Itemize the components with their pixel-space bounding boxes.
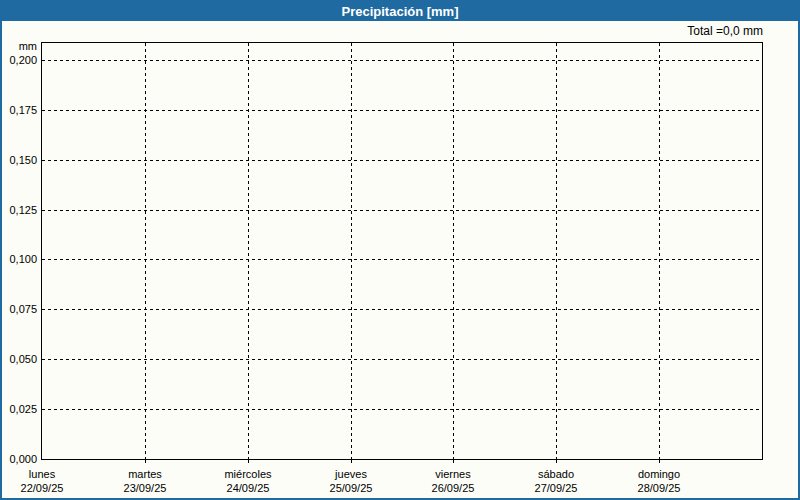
y-gridline [42,110,762,111]
y-axis-unit-label: mm [2,40,37,52]
y-tick-label: 0,175 [2,103,37,117]
x-day-label: martes [100,468,190,481]
y-tick-label: 0,050 [2,352,37,366]
x-axis-tick [351,460,352,463]
x-gridline [556,43,557,459]
y-gridline [42,210,762,211]
x-gridline [351,43,352,459]
y-tick-label: 0,200 [2,53,37,67]
x-axis-tick [556,460,557,463]
x-day-label: miércoles [203,468,293,481]
x-date-label: 24/09/25 [203,482,293,495]
x-tick-label: martes23/09/25 [100,468,190,495]
x-date-label: 25/09/25 [306,482,396,495]
total-label: Total =0,0 mm [687,24,763,38]
y-tick-label: 0,100 [2,252,37,266]
x-date-label: 28/09/25 [614,482,704,495]
x-date-label: 26/09/25 [408,482,498,495]
x-tick-label: domingo28/09/25 [614,468,704,495]
x-tick-label: viernes26/09/25 [408,468,498,495]
x-day-label: sábado [511,468,601,481]
x-tick-label: miércoles24/09/25 [203,468,293,495]
x-gridline [453,43,454,459]
x-date-label: 27/09/25 [511,482,601,495]
y-tick-label: 0,000 [2,452,37,466]
x-tick-label: lunes22/09/25 [0,468,87,495]
x-axis-tick [145,460,146,463]
x-gridline [659,43,660,459]
x-day-label: domingo [614,468,704,481]
plot-area [41,42,763,460]
x-date-label: 22/09/25 [0,482,87,495]
x-axis-tick [453,460,454,463]
y-gridline [42,259,762,260]
y-tick-label: 0,025 [2,402,37,416]
y-gridline [42,359,762,360]
x-tick-label: jueves25/09/25 [306,468,396,495]
y-tick-label: 0,150 [2,153,37,167]
x-gridline [248,43,249,459]
x-day-label: viernes [408,468,498,481]
y-tick-label: 0,075 [2,302,37,316]
y-gridline [42,160,762,161]
y-gridline [42,60,762,61]
chart-canvas: Total =0,0 mm mm 0,2000,1750,1500,1250,1… [2,2,798,498]
y-gridline [42,309,762,310]
chart-window: Precipitación [mm] Total =0,0 mm mm 0,20… [0,0,800,500]
x-gridline [145,43,146,459]
x-axis-tick [248,460,249,463]
x-day-label: jueves [306,468,396,481]
y-gridline [42,409,762,410]
x-date-label: 23/09/25 [100,482,190,495]
x-tick-label: sábado27/09/25 [511,468,601,495]
y-tick-label: 0,125 [2,203,37,217]
x-axis-tick [659,460,660,463]
x-day-label: lunes [0,468,87,481]
